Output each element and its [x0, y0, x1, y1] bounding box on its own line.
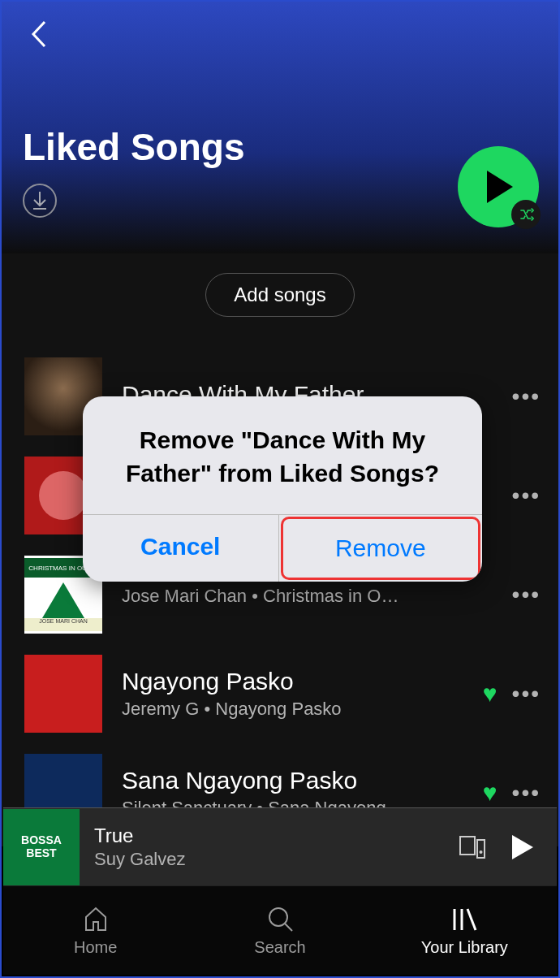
download-button[interactable] — [23, 184, 57, 218]
more-icon[interactable]: ••• — [507, 474, 545, 517]
svg-marker-2 — [487, 171, 513, 203]
more-icon[interactable]: ••• — [507, 573, 545, 616]
now-playing-bar[interactable]: BOSSA BEST True Suy Galvez — [3, 807, 557, 885]
more-icon[interactable]: ••• — [507, 375, 545, 418]
nav-label: Search — [254, 938, 305, 957]
shuffle-icon — [511, 200, 541, 229]
nav-label: Home — [74, 938, 117, 957]
nav-search[interactable]: Search — [187, 886, 372, 975]
now-playing-artist: Suy Galvez — [94, 849, 456, 870]
nav-library[interactable]: Your Library — [373, 886, 557, 975]
track-text: Jose Mari Chan • Christmas in O… — [122, 582, 507, 607]
heart-icon[interactable]: ♥ — [483, 680, 498, 708]
svg-marker-6 — [512, 835, 533, 859]
dialog-message: Remove "Dance With My Father" from Liked… — [83, 396, 482, 514]
svg-point-5 — [480, 850, 483, 854]
remove-confirm-dialog: Remove "Dance With My Father" from Liked… — [83, 396, 482, 582]
track-subtitle: Jose Mari Chan • Christmas in O… — [122, 586, 507, 607]
track-row[interactable]: Ngayong Pasko Jeremy G • Ngayong Pasko ♥… — [2, 648, 558, 747]
bottom-navbar: Home Search Your Library — [3, 885, 557, 975]
svg-point-7 — [269, 908, 287, 926]
header: Liked Songs — [2, 2, 558, 253]
play-icon[interactable] — [506, 831, 539, 863]
heart-icon[interactable]: ♥ — [483, 779, 498, 807]
remove-button[interactable]: Remove — [281, 517, 481, 580]
tree-icon — [42, 582, 84, 618]
now-playing-title: True — [94, 824, 456, 847]
svg-line-11 — [467, 909, 476, 930]
track-title: Ngayong Pasko — [122, 668, 483, 695]
add-songs-button[interactable]: Add songs — [205, 273, 354, 317]
svg-rect-3 — [460, 837, 475, 855]
play-button[interactable] — [458, 146, 539, 227]
devices-icon[interactable] — [456, 831, 489, 863]
more-icon[interactable]: ••• — [507, 673, 545, 715]
track-title: Sana Ngayong Pasko — [122, 767, 483, 794]
back-button[interactable] — [23, 18, 55, 50]
track-text: Ngayong Pasko Jeremy G • Ngayong Pasko — [122, 668, 483, 720]
nav-home[interactable]: Home — [3, 886, 187, 975]
nav-label: Your Library — [421, 938, 508, 957]
track-subtitle: Jeremy G • Ngayong Pasko — [122, 699, 483, 720]
svg-rect-4 — [477, 840, 485, 858]
dialog-actions: Cancel Remove — [83, 514, 482, 582]
now-playing-art: BOSSA BEST — [3, 809, 80, 885]
now-playing-text: True Suy Galvez — [94, 824, 456, 870]
album-art — [24, 655, 102, 733]
page-title: Liked Songs — [23, 125, 537, 169]
svg-line-8 — [285, 924, 292, 931]
cancel-button[interactable]: Cancel — [83, 515, 279, 582]
